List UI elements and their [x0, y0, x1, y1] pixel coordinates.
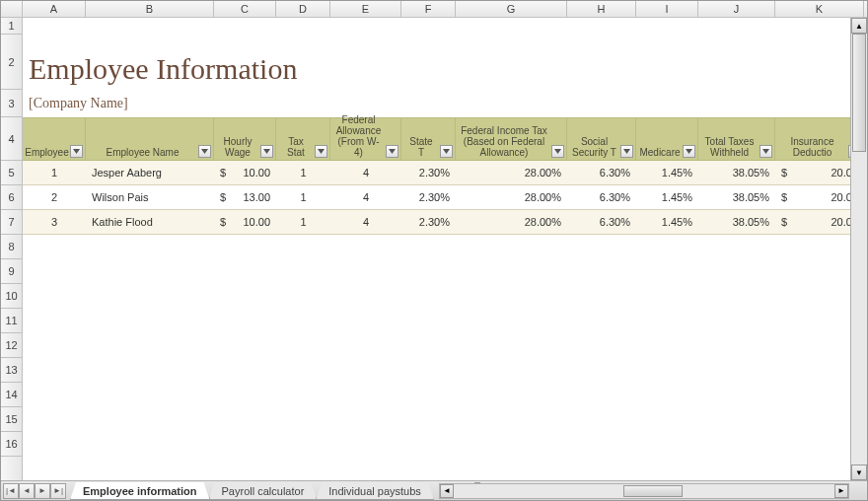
table-header-label: Total Taxes Withheld — [702, 136, 757, 158]
col-header-K[interactable]: K — [775, 1, 864, 17]
table-cell[interactable]: $13.00 — [214, 185, 276, 209]
table-cell[interactable]: 1 — [276, 210, 330, 234]
table-cell[interactable]: $10.00 — [214, 161, 276, 184]
table-row[interactable]: 3Kathie Flood$10.00142.30%28.00%6.30%1.4… — [23, 210, 867, 235]
row-header-9[interactable]: 9 — [1, 259, 22, 284]
col-header-F[interactable]: F — [401, 1, 456, 17]
horizontal-scrollbar[interactable]: ◄ ► — [439, 483, 849, 499]
table-cell[interactable]: 6.30% — [567, 210, 636, 234]
tab-nav-first[interactable]: |◄ — [3, 483, 19, 499]
svg-marker-5 — [443, 149, 450, 154]
filter-dropdown-button[interactable] — [440, 145, 453, 158]
table-cell[interactable]: 28.00% — [456, 161, 567, 184]
table-cell[interactable]: 4 — [330, 210, 401, 234]
table-cell[interactable]: 6.30% — [567, 161, 636, 184]
scroll-right-button[interactable]: ► — [834, 484, 848, 498]
table-cell[interactable]: $10.00 — [214, 210, 276, 234]
vscroll-thumb[interactable] — [852, 34, 866, 152]
col-header-A[interactable]: A — [23, 1, 86, 17]
vertical-scrollbar[interactable]: ▲ ▼ — [850, 18, 867, 480]
table-cell[interactable]: Kathie Flood — [86, 210, 214, 234]
table-cell[interactable]: 2.30% — [401, 161, 456, 184]
filter-dropdown-button[interactable] — [70, 145, 83, 158]
tab-nav-next[interactable]: ► — [35, 483, 50, 499]
col-header-J[interactable]: J — [698, 1, 775, 17]
table-cell[interactable]: 4 — [330, 185, 401, 209]
svg-marker-3 — [318, 149, 325, 154]
table-cell[interactable]: Wilson Pais — [86, 185, 214, 209]
table-row[interactable]: 1Jesper Aaberg$10.00142.30%28.00%6.30%1.… — [23, 161, 867, 185]
worksheet[interactable]: Employee Information [Company Name] Empl… — [23, 18, 867, 481]
table-header-cell: Employee — [23, 118, 86, 160]
col-header-C[interactable]: C — [214, 1, 276, 17]
table-cell[interactable]: 6.30% — [567, 185, 636, 209]
hscroll-thumb[interactable] — [623, 485, 683, 497]
row-header-6[interactable]: 6 — [1, 185, 22, 210]
table-cell[interactable]: 1.45% — [636, 210, 698, 234]
table-cell[interactable]: 2.30% — [401, 185, 456, 209]
filter-dropdown-button[interactable] — [760, 145, 772, 158]
row-header-4[interactable]: 4 — [1, 117, 22, 161]
row-header-11[interactable]: 11 — [1, 309, 22, 333]
sheet-tab[interactable]: Employee information — [70, 482, 210, 500]
col-header-I[interactable]: I — [636, 1, 698, 17]
table-cell[interactable]: 1 — [23, 161, 86, 184]
scroll-left-button[interactable]: ◄ — [440, 484, 454, 498]
filter-dropdown-button[interactable] — [386, 145, 398, 158]
row-header-3[interactable]: 3 — [1, 90, 22, 117]
tab-nav-last[interactable]: ►| — [50, 483, 66, 499]
company-name[interactable]: [Company Name] — [29, 96, 128, 111]
currency-symbol: $ — [781, 216, 787, 228]
table-cell[interactable]: 2.30% — [401, 210, 456, 234]
select-all-corner[interactable] — [1, 1, 23, 17]
table-cell[interactable]: 1.45% — [636, 185, 698, 209]
row-header-7[interactable]: 7 — [1, 210, 22, 235]
row-header-12[interactable]: 12 — [1, 333, 22, 358]
col-header-B[interactable]: B — [86, 1, 214, 17]
filter-dropdown-button[interactable] — [260, 145, 273, 158]
row-header-15[interactable]: 15 — [1, 407, 22, 432]
table-cell[interactable]: 4 — [330, 161, 401, 184]
row-header-16[interactable]: 16 — [1, 432, 22, 457]
tab-nav-prev[interactable]: ◄ — [19, 483, 35, 499]
table-cell[interactable]: 3 — [23, 210, 86, 234]
table-header-cell: Federal Income Tax (Based on Federal All… — [456, 118, 567, 160]
table-row[interactable]: 2Wilson Pais$13.00142.30%28.00%6.30%1.45… — [23, 185, 867, 210]
row-header-1[interactable]: 1 — [1, 18, 22, 35]
row-headers: 12345678910111213141516 — [1, 18, 23, 481]
table-cell[interactable]: Jesper Aaberg — [86, 161, 214, 184]
row-header-13[interactable]: 13 — [1, 358, 22, 383]
table-cell[interactable]: 38.05% — [698, 210, 775, 234]
row-header-2[interactable]: 2 — [1, 35, 22, 90]
sheet-tab[interactable]: Payroll calculator — [209, 482, 318, 500]
col-header-G[interactable]: G — [456, 1, 567, 17]
table-header-label: Medicare — [639, 147, 680, 158]
sheet-tab[interactable]: Individual paystubs — [316, 482, 434, 500]
filter-dropdown-button[interactable] — [620, 145, 633, 158]
filter-dropdown-button[interactable] — [198, 145, 211, 158]
table-header-label: Hourly Wage — [218, 136, 257, 158]
row-header-5[interactable]: 5 — [1, 161, 22, 185]
table-cell[interactable]: 28.00% — [456, 185, 567, 209]
col-header-E[interactable]: E — [330, 1, 401, 17]
table-cell[interactable]: 28.00% — [456, 210, 567, 234]
table-cell[interactable]: 2 — [23, 185, 86, 209]
table-header-label: Federal Income Tax (Based on Federal All… — [460, 125, 548, 158]
col-header-H[interactable]: H — [567, 1, 636, 17]
table-cell[interactable]: 1 — [276, 161, 330, 184]
svg-marker-6 — [554, 149, 561, 154]
col-header-D[interactable]: D — [276, 1, 330, 17]
row-header-14[interactable]: 14 — [1, 383, 22, 407]
vscroll-track[interactable] — [851, 34, 867, 465]
filter-dropdown-button[interactable] — [551, 145, 564, 158]
table-cell[interactable]: 1.45% — [636, 161, 698, 184]
scroll-up-button[interactable]: ▲ — [851, 18, 867, 34]
filter-dropdown-button[interactable] — [683, 145, 695, 158]
table-cell[interactable]: 38.05% — [698, 185, 775, 209]
table-cell[interactable]: 1 — [276, 185, 330, 209]
row-header-8[interactable]: 8 — [1, 235, 22, 259]
table-cell[interactable]: 38.05% — [698, 161, 775, 184]
filter-dropdown-button[interactable] — [315, 145, 327, 158]
row-header-10[interactable]: 10 — [1, 284, 22, 309]
scroll-down-button[interactable]: ▼ — [851, 465, 867, 480]
